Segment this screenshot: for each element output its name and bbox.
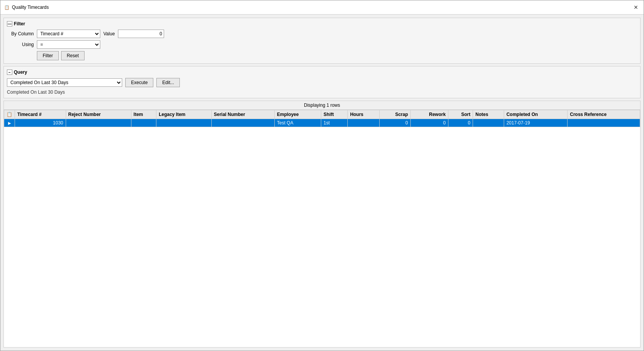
timecard-icon: 📋	[4, 5, 10, 10]
main-window: 📋 Quality Timecards ✕ — Filter By Column…	[0, 0, 644, 351]
cell-cross-reference	[568, 119, 640, 127]
cell-completed-on: 2017-07-19	[504, 119, 567, 127]
filter-section-label: Filter	[14, 21, 25, 26]
grid-body: ▶ 1030 Test QA 1st 0 0 0 2017-07-19	[4, 119, 640, 127]
grid-header: 📋 Timecard # Reject Number Item Legacy I…	[4, 110, 640, 119]
filter-section: — Filter By Column Timecard # Reject Num…	[3, 18, 641, 64]
title-bar: 📋 Quality Timecards ✕	[0, 0, 644, 15]
execute-button[interactable]: Execute	[125, 78, 153, 87]
header-row: 📋 Timecard # Reject Number Item Legacy I…	[4, 110, 640, 119]
col-header-timecard-num[interactable]: Timecard #	[15, 110, 66, 119]
cell-shift: 1st	[321, 119, 348, 127]
col-header-completed-on[interactable]: Completed On	[504, 110, 567, 119]
edit-button[interactable]: Edit...	[156, 78, 180, 87]
timecard-header-icon: 📋	[7, 112, 12, 117]
query-section-header: − Query	[7, 70, 637, 75]
col-header-indicator: 📋	[4, 110, 15, 119]
col-header-notes[interactable]: Notes	[473, 110, 504, 119]
query-select[interactable]: Completed On Last 30 Days All Records Op…	[7, 78, 122, 87]
cell-sort: 0	[448, 119, 473, 127]
row-indicator: ▶	[4, 119, 15, 127]
using-select[interactable]: = != < > <= >= contains starts with	[37, 40, 100, 49]
by-column-row: By Column Timecard # Reject Number Item …	[7, 30, 637, 38]
query-collapse-icon[interactable]: −	[7, 70, 12, 75]
cell-legacy-item	[156, 119, 211, 127]
reset-button[interactable]: Reset	[61, 51, 85, 60]
using-row: Using = != < > <= >= contains starts wit…	[7, 40, 637, 49]
col-header-cross-reference[interactable]: Cross Reference	[568, 110, 640, 119]
close-button[interactable]: ✕	[632, 3, 640, 12]
cell-item	[131, 119, 156, 127]
col-header-legacy-item[interactable]: Legacy Item	[156, 110, 211, 119]
cell-hours	[348, 119, 380, 127]
col-header-serial-number[interactable]: Serial Number	[211, 110, 274, 119]
filter-buttons: Filter Reset	[37, 51, 637, 60]
title-bar-left: 📋 Quality Timecards	[4, 5, 49, 10]
filter-collapse-icon[interactable]: —	[7, 21, 12, 26]
table-row[interactable]: ▶ 1030 Test QA 1st 0 0 0 2017-07-19	[4, 119, 640, 127]
col-header-item[interactable]: Item	[131, 110, 156, 119]
grid-table: 📋 Timecard # Reject Number Item Legacy I…	[4, 110, 640, 127]
col-header-shift[interactable]: Shift	[321, 110, 348, 119]
query-section-label: Query	[14, 70, 27, 75]
query-description: Completed On Last 30 Days	[7, 89, 637, 95]
col-header-reject-number[interactable]: Reject Number	[66, 110, 131, 119]
col-header-rework[interactable]: Rework	[410, 110, 448, 119]
col-header-employee[interactable]: Employee	[274, 110, 321, 119]
col-header-scrap[interactable]: Scrap	[380, 110, 411, 119]
query-section: − Query Completed On Last 30 Days All Re…	[3, 66, 641, 98]
cell-rework: 0	[410, 119, 448, 127]
query-row: Completed On Last 30 Days All Records Op…	[7, 78, 637, 87]
window-title: Quality Timecards	[12, 5, 49, 10]
cell-notes	[473, 119, 504, 127]
content-area: — Filter By Column Timecard # Reject Num…	[0, 15, 644, 351]
value-input[interactable]	[118, 30, 164, 38]
cell-serial-number	[211, 119, 274, 127]
grid-area: Displaying 1 rows 📋 Timecard # Reject Nu…	[3, 101, 641, 348]
filter-button[interactable]: Filter	[37, 51, 59, 60]
cell-scrap: 0	[380, 119, 411, 127]
col-header-hours[interactable]: Hours	[348, 110, 380, 119]
cell-employee: Test QA	[274, 119, 321, 127]
filter-section-header: — Filter	[7, 21, 637, 26]
grid-status: Displaying 1 rows	[4, 101, 640, 110]
cell-timecard-num: 1030	[15, 119, 66, 127]
col-header-sort[interactable]: Sort	[448, 110, 473, 119]
value-label: Value	[103, 31, 115, 36]
by-column-label: By Column	[7, 31, 34, 36]
cell-reject-number	[66, 119, 131, 127]
using-label: Using	[7, 42, 34, 47]
by-column-select[interactable]: Timecard # Reject Number Item Legacy Ite…	[37, 30, 100, 38]
